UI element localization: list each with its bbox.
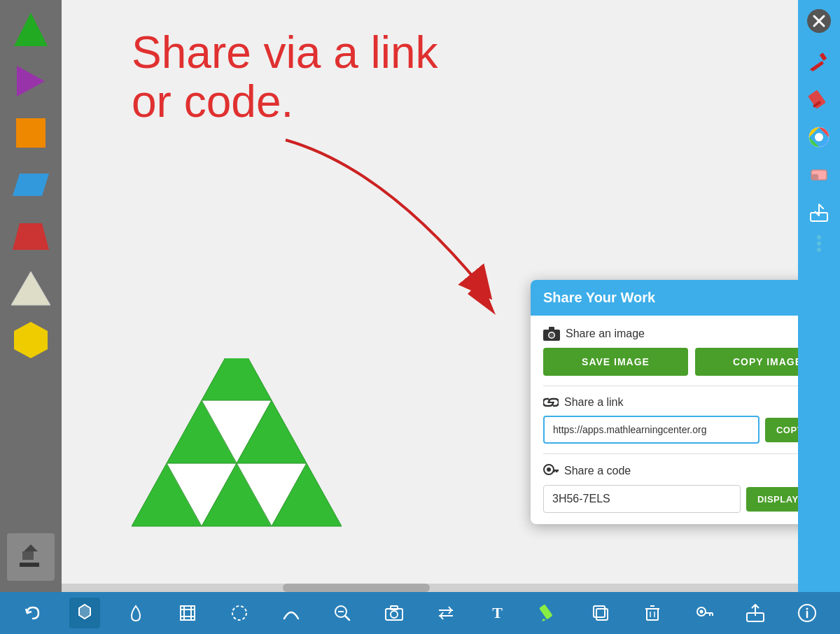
svg-point-84 <box>806 608 808 610</box>
save-image-button[interactable]: SAVE IMAGE <box>543 348 688 376</box>
curve-button[interactable] <box>276 598 307 628</box>
text-button[interactable]: T <box>482 598 513 628</box>
canvas-area: Share via a link or code. <box>62 0 798 592</box>
svg-rect-43 <box>808 90 826 108</box>
dialog-title: Share Your Work <box>543 290 655 306</box>
svg-marker-0 <box>14 13 48 46</box>
svg-rect-35 <box>556 470 558 472</box>
svg-point-33 <box>547 467 551 472</box>
droplet-button[interactable] <box>120 598 151 628</box>
triangles-container <box>132 358 342 557</box>
share-code-section-label: Share a code <box>543 464 798 478</box>
copy-image-button[interactable]: COPY IMAGE <box>695 348 798 376</box>
divider-1 <box>543 386 798 386</box>
svg-rect-42 <box>820 52 827 61</box>
shapes-button[interactable] <box>69 598 100 628</box>
svg-marker-9 <box>24 544 38 551</box>
sort-button[interactable] <box>430 598 461 628</box>
code-row: DISPLAY CODE <box>543 485 798 513</box>
link-input[interactable] <box>543 416 760 444</box>
svg-point-57 <box>232 606 246 620</box>
svg-marker-4 <box>13 223 49 250</box>
shape-green-triangle[interactable] <box>7 6 55 53</box>
scrollbar-thumb[interactable] <box>283 584 430 592</box>
dialog-body: Share an image SAVE IMAGE COPY IMAGE <box>531 316 798 524</box>
link-row: COPY LINK <box>543 416 798 444</box>
svg-rect-48 <box>811 174 818 180</box>
shape-purple-triangle[interactable] <box>7 57 55 105</box>
svg-rect-7 <box>20 563 39 567</box>
svg-point-46 <box>815 133 823 141</box>
left-sidebar <box>0 0 62 592</box>
key-icon <box>543 464 559 478</box>
zoom-out-button[interactable] <box>327 598 358 628</box>
toolbar-annotate-button[interactable] <box>801 43 837 80</box>
svg-marker-11 <box>468 280 496 315</box>
svg-point-62 <box>391 611 398 618</box>
toolbar-dots <box>817 235 821 252</box>
svg-rect-66 <box>539 604 553 619</box>
svg-rect-2 <box>16 118 46 148</box>
duplicate-button[interactable] <box>585 598 616 628</box>
svg-rect-69 <box>594 606 605 617</box>
svg-point-29 <box>550 333 554 338</box>
main-area: Share via a link or code. <box>0 0 840 592</box>
svg-rect-68 <box>596 609 608 620</box>
svg-rect-56 <box>181 606 195 620</box>
canvas-scrollbar[interactable] <box>62 584 798 592</box>
svg-marker-67 <box>542 619 546 621</box>
svg-rect-36 <box>553 470 555 472</box>
code-input[interactable] <box>543 485 741 513</box>
shape-white-triangle[interactable] <box>7 265 55 312</box>
key-button[interactable] <box>689 598 720 628</box>
right-toolbar <box>798 0 840 592</box>
shape-blue-parallelogram[interactable] <box>7 161 55 209</box>
svg-marker-1 <box>17 66 45 97</box>
camera-button[interactable] <box>379 598 410 628</box>
display-code-button[interactable]: DISPLAY CODE <box>746 487 798 512</box>
svg-marker-8 <box>22 551 34 560</box>
share-link-section-label: Share a link <box>543 396 798 409</box>
trash-button[interactable] <box>637 598 668 628</box>
toolbar-export-button[interactable] <box>801 195 837 231</box>
svg-marker-3 <box>13 174 49 196</box>
dialog-header: Share Your Work × <box>531 280 798 316</box>
camera-icon <box>543 327 560 341</box>
divider-2 <box>543 453 798 454</box>
share-text: Share via a link or code. <box>132 28 438 127</box>
pen-button[interactable] <box>533 598 564 628</box>
svg-marker-20 <box>202 358 272 400</box>
svg-marker-51 <box>79 605 90 619</box>
toolbar-color-button[interactable] <box>801 119 837 155</box>
image-buttons-row: SAVE IMAGE COPY IMAGE <box>543 348 798 376</box>
app-container: Share via a link or code. <box>0 0 840 634</box>
share-button[interactable] <box>740 598 771 628</box>
svg-rect-40 <box>811 61 824 72</box>
svg-marker-6 <box>14 322 48 358</box>
toolbar-eraser-button[interactable] <box>801 157 837 193</box>
share-dialog: Share Your Work × Share an image <box>531 280 798 524</box>
svg-rect-30 <box>549 327 554 330</box>
toolbar-close-button[interactable] <box>801 3 837 39</box>
svg-rect-63 <box>391 606 398 610</box>
copy-link-button[interactable]: COPY LINK <box>765 418 798 442</box>
share-image-section-label: Share an image <box>543 327 798 341</box>
move-icon[interactable] <box>7 533 55 581</box>
svg-point-76 <box>699 610 703 614</box>
shape-orange-square[interactable] <box>7 109 55 157</box>
bottom-toolbar: T <box>0 592 840 634</box>
shape-red-trapezoid[interactable] <box>7 213 55 260</box>
shape-yellow-hexagon[interactable] <box>7 316 55 364</box>
svg-rect-70 <box>647 609 658 620</box>
arrow-decoration <box>244 126 538 322</box>
link-icon <box>543 396 559 409</box>
toolbar-highlight-button[interactable] <box>801 81 837 118</box>
svg-line-60 <box>345 616 349 620</box>
undo-button[interactable] <box>18 598 48 628</box>
info-button[interactable] <box>792 598 822 628</box>
grid-button[interactable] <box>172 598 203 628</box>
triangles-svg <box>132 358 342 554</box>
svg-marker-5 <box>11 272 50 305</box>
dotted-circle-button[interactable] <box>224 598 255 628</box>
